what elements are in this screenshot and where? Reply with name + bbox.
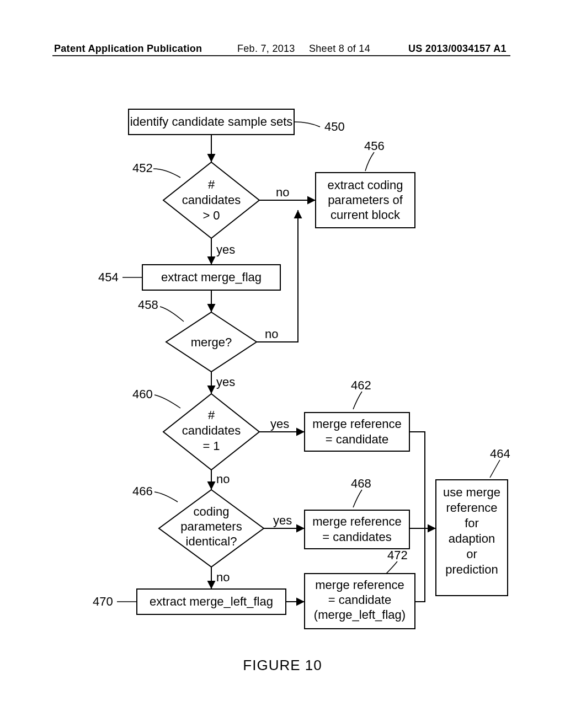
- b470-text: extract merge_left_flag: [150, 595, 273, 608]
- ref-456: 456: [364, 139, 385, 153]
- edge-460-no: no: [216, 472, 230, 486]
- b468-l1: merge reference: [312, 515, 401, 528]
- ref-460: 460: [132, 387, 153, 401]
- b464-l5: or: [466, 547, 477, 561]
- b472-l1: merge reference: [315, 578, 404, 592]
- d452-l2: candidates: [182, 193, 241, 207]
- ref-462: 462: [351, 378, 371, 392]
- ref-452: 452: [132, 161, 153, 175]
- edge-458-no: no: [265, 327, 278, 341]
- edge-458-yes: yes: [216, 375, 235, 389]
- b464-l2: reference: [446, 501, 498, 515]
- d458-text: merge?: [191, 335, 232, 349]
- b464-l4: adaption: [449, 532, 495, 545]
- d460-l3: = 1: [202, 439, 220, 453]
- edge-466-yes: yes: [273, 513, 292, 527]
- flowchart-svg: identify candidate sample sets 450 # can…: [0, 0, 565, 728]
- b472-l2: = candidate: [328, 593, 391, 607]
- edge-452-no: no: [276, 185, 289, 199]
- ref-454: 454: [98, 270, 119, 284]
- b464-l1: use merge: [443, 485, 500, 499]
- ref-458: 458: [138, 298, 158, 312]
- edge-460-yes: yes: [270, 417, 289, 431]
- ref-464: 464: [490, 447, 510, 461]
- ref-450: 450: [324, 120, 345, 133]
- edge-466-no: no: [216, 570, 230, 584]
- d460-l2: candidates: [182, 424, 241, 437]
- d452-l1: #: [208, 178, 215, 191]
- b456-l1: extract coding: [328, 178, 403, 192]
- d460-l1: #: [208, 408, 215, 422]
- ref-466: 466: [132, 484, 153, 498]
- b468-l2: = candidates: [322, 530, 391, 544]
- b472-l3: (merge_left_flag): [314, 608, 406, 622]
- d452-l3: > 0: [202, 208, 220, 222]
- b464-l3: for: [465, 516, 479, 530]
- ref-472: 472: [387, 548, 408, 562]
- b464-l6: prediction: [445, 563, 498, 576]
- b456-l2: parameters of: [328, 193, 403, 207]
- d466-l3: identical?: [186, 534, 237, 548]
- edge-452-yes: yes: [216, 243, 235, 256]
- figure-caption: FIGURE 10: [243, 657, 322, 673]
- ref-468: 468: [351, 477, 371, 490]
- b462-l1: merge reference: [312, 417, 401, 431]
- b456-l3: current block: [331, 208, 401, 222]
- b462-l2: = candidate: [326, 432, 388, 446]
- d466-l1: coding: [194, 505, 230, 518]
- patent-page: Patent Application Publication Feb. 7, 2…: [0, 0, 565, 728]
- box-450-text: identify candidate sample sets: [130, 115, 293, 129]
- b454-text: extract merge_flag: [161, 270, 262, 284]
- d466-l2: parameters: [180, 520, 242, 533]
- leader-450: [294, 122, 320, 127]
- ref-470: 470: [93, 595, 113, 608]
